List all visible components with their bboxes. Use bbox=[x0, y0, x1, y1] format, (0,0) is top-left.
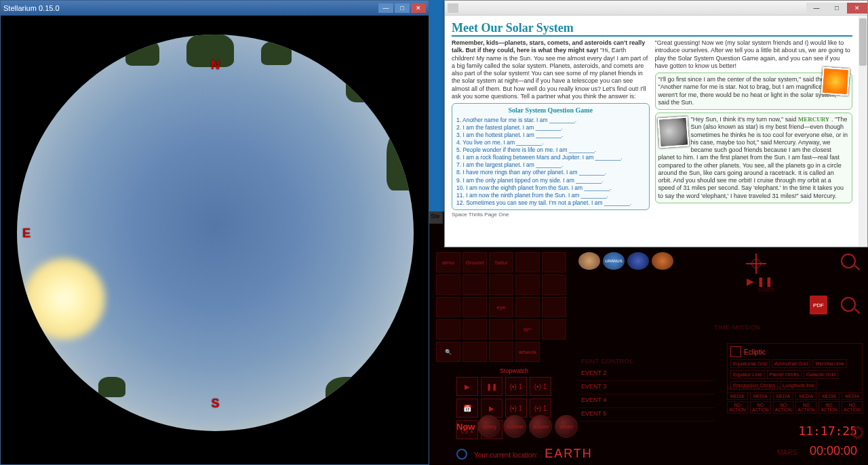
question-game-box: Solar System Question Game 1. Another na… bbox=[452, 103, 650, 210]
noaction-label: NO ACTION bbox=[842, 401, 863, 413]
scrollbar-thumb[interactable] bbox=[859, 18, 867, 66]
time-button[interactable]: (•) 1 bbox=[530, 377, 551, 396]
location-value[interactable]: EARTH bbox=[545, 447, 593, 461]
toolbar-button[interactable] bbox=[542, 319, 566, 340]
cardinal-east: E bbox=[22, 226, 31, 240]
page-title: Meet Our Solar System bbox=[452, 21, 852, 37]
mercury-callout: "Hey Sun, I think it's my turn now," sai… bbox=[655, 113, 853, 203]
question-item: 7. I am the largest planet. I am _______… bbox=[456, 161, 645, 169]
pdf-window: — □ ✕ Meet Our Solar System Remember, ki… bbox=[444, 0, 868, 247]
media-button[interactable]: MEDIA bbox=[818, 392, 840, 400]
time-button[interactable]: (•) 1 bbox=[505, 377, 527, 396]
toolbar-button[interactable]: Ground bbox=[462, 252, 487, 272]
grid-option[interactable]: Planet Orbits bbox=[767, 370, 802, 379]
toolbar-button[interactable] bbox=[542, 297, 566, 317]
toolbar-button[interactable] bbox=[462, 319, 487, 340]
planet-icon[interactable] bbox=[627, 252, 649, 270]
minimize-button[interactable]: — bbox=[378, 3, 393, 13]
grid-option[interactable]: Equator Line bbox=[730, 370, 765, 379]
page-footer: Space Thrills Page One bbox=[452, 211, 650, 218]
season-button[interactable]: Winter bbox=[555, 415, 578, 438]
season-button[interactable]: Autumn bbox=[529, 415, 552, 438]
toolbar-button[interactable]: Satur bbox=[489, 252, 513, 272]
time-button[interactable]: ▶ bbox=[456, 377, 478, 396]
toolbar-button[interactable]: eye bbox=[489, 297, 513, 317]
maximize-button[interactable]: □ bbox=[395, 3, 410, 13]
media-button[interactable]: MEDIA bbox=[842, 392, 863, 400]
planet-icon-uranus[interactable]: URANUS bbox=[603, 252, 625, 270]
toolbar-button[interactable] bbox=[515, 297, 540, 317]
event-row[interactable]: EVENT 2 bbox=[578, 367, 714, 381]
zoom-in-icon[interactable] bbox=[841, 254, 856, 268]
time-control-header: Stopwatch bbox=[456, 367, 572, 374]
grid-option[interactable]: Galactic Grid bbox=[804, 370, 838, 379]
noaction-label: NO ACTION bbox=[795, 401, 816, 413]
toolbar-button[interactable] bbox=[542, 275, 566, 295]
question-item: 9. I am the only planet tipped on my sid… bbox=[456, 177, 645, 184]
toolbar-button[interactable] bbox=[515, 252, 540, 272]
season-button[interactable]: Spring bbox=[477, 415, 500, 438]
media-button[interactable]: MEDIA bbox=[750, 392, 771, 400]
toolbar-button[interactable]: artwork bbox=[515, 342, 540, 362]
season-button[interactable]: Summer bbox=[503, 415, 526, 438]
event-row[interactable]: EVENT 4 bbox=[578, 395, 714, 408]
question-list: 1. Another name for me is star. I am ___… bbox=[456, 117, 645, 207]
pdf-page[interactable]: Meet Our Solar System Remember, kids—pla… bbox=[446, 17, 858, 245]
toolbar-button[interactable] bbox=[489, 319, 513, 340]
toolbar-button[interactable] bbox=[436, 275, 460, 295]
pdf-close-button[interactable]: ✕ bbox=[847, 3, 867, 14]
media-button[interactable]: MEDIA bbox=[773, 392, 794, 400]
event-row[interactable]: EVENT 5 bbox=[578, 408, 714, 422]
gear-icon[interactable] bbox=[852, 427, 863, 438]
toolbar-button[interactable] bbox=[515, 275, 540, 295]
mercury-image bbox=[657, 117, 689, 148]
time-button[interactable]: ❚❚ bbox=[481, 377, 502, 396]
event-row[interactable]: EVENT 3 bbox=[578, 381, 714, 395]
grid-option[interactable]: Equatorial Grid bbox=[730, 359, 770, 368]
planet-strip: URANUS bbox=[578, 252, 673, 270]
pdf-maximize-button[interactable]: □ bbox=[827, 3, 847, 14]
timer-value: 00:00:00 bbox=[810, 444, 857, 458]
right-column: "Great guessing! Now we (my solar system… bbox=[655, 39, 853, 218]
play-pause-icon[interactable]: ▶ ❚❚ bbox=[747, 276, 773, 287]
crosshair-icon[interactable] bbox=[746, 254, 766, 274]
stellarium-titlebar: Stellarium 0.15.0 — □ ✕ bbox=[1, 1, 429, 16]
horizon-trees bbox=[17, 35, 414, 431]
pdf-icon[interactable]: PDF bbox=[810, 296, 827, 315]
stellarium-title: Stellarium 0.15.0 bbox=[3, 4, 60, 12]
cardinal-south: S bbox=[211, 397, 219, 411]
planet-icon[interactable] bbox=[652, 252, 673, 270]
sky-hemisphere[interactable]: N E S bbox=[17, 35, 414, 431]
toolbar-button[interactable] bbox=[462, 342, 487, 362]
toolbar-button[interactable]: W^ bbox=[515, 319, 540, 340]
zoom-out-icon[interactable] bbox=[841, 297, 856, 312]
font-control-label: FONT CONTROL bbox=[581, 358, 633, 365]
question-item: 4. You live on me. I am ________. bbox=[456, 139, 645, 146]
media-button[interactable]: MEDIA bbox=[795, 392, 816, 400]
grid-toggle-icon[interactable] bbox=[730, 346, 741, 357]
close-button[interactable]: ✕ bbox=[411, 3, 426, 13]
planet-icon[interactable] bbox=[578, 252, 600, 270]
toolbar-button[interactable] bbox=[462, 297, 487, 317]
scoot-label: SCOOT bbox=[757, 287, 774, 292]
time-mission-label: TIME-MISSION bbox=[714, 324, 761, 331]
location-icon[interactable] bbox=[456, 449, 467, 460]
stellarium-sky-view[interactable]: N E S bbox=[1, 16, 429, 464]
toolbar-button[interactable] bbox=[462, 275, 487, 295]
now-button[interactable]: Now bbox=[456, 422, 475, 432]
grid-option[interactable]: Azimuthal Grid bbox=[772, 359, 810, 368]
media-button[interactable]: MEDIA bbox=[727, 392, 748, 400]
toolbar-button[interactable]: 🔍 bbox=[436, 342, 460, 362]
ecliptic-option[interactable]: Ecliptic bbox=[744, 348, 766, 356]
pdf-minimize-button[interactable]: — bbox=[806, 3, 827, 14]
toolbar-button[interactable] bbox=[436, 297, 460, 317]
question-item: 6. I am a rock floating between Mars and… bbox=[456, 154, 645, 161]
toolbar-button[interactable] bbox=[436, 319, 460, 340]
toolbar-button[interactable]: atmo bbox=[436, 252, 460, 272]
toolbar-button[interactable] bbox=[542, 252, 566, 272]
toolbar-button[interactable] bbox=[489, 342, 513, 362]
pdf-scrollbar[interactable] bbox=[859, 16, 867, 247]
grid-option[interactable]: Meridian line bbox=[812, 359, 847, 368]
toolbar-button[interactable] bbox=[489, 275, 513, 295]
background-tab[interactable]: Ste bbox=[429, 211, 443, 224]
